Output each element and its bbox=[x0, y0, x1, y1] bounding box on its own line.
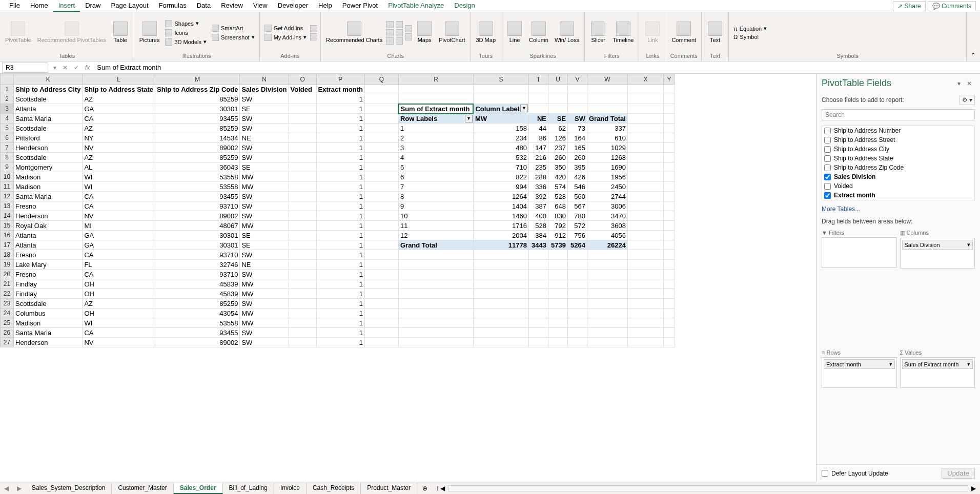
cell[interactable]: MW bbox=[240, 308, 289, 318]
cell[interactable]: 1 bbox=[316, 133, 364, 143]
menu-design[interactable]: Design bbox=[449, 0, 480, 12]
field-item[interactable]: Ship to Address State bbox=[822, 154, 974, 163]
cell[interactable]: Henderson bbox=[14, 143, 83, 153]
cell[interactable]: 85259 bbox=[155, 123, 239, 133]
cell[interactable]: 1460 bbox=[473, 211, 528, 221]
row-header[interactable]: 11 bbox=[1, 182, 14, 192]
cell[interactable]: FL bbox=[83, 260, 155, 270]
cell[interactable] bbox=[473, 308, 528, 318]
cell[interactable]: 30301 bbox=[155, 104, 239, 114]
cell[interactable] bbox=[663, 231, 675, 240]
cell[interactable] bbox=[663, 104, 675, 114]
cell[interactable]: 158 bbox=[473, 123, 528, 133]
formula-input[interactable] bbox=[93, 63, 980, 72]
cell[interactable]: 426 bbox=[567, 172, 587, 182]
cell[interactable]: 3006 bbox=[587, 201, 627, 211]
cell[interactable]: 93710 bbox=[155, 250, 239, 260]
cell[interactable]: CA bbox=[83, 328, 155, 338]
cell[interactable]: 3 bbox=[398, 143, 473, 153]
cell[interactable] bbox=[364, 308, 398, 318]
cell[interactable]: Madison bbox=[14, 182, 83, 192]
cell[interactable]: 5739 bbox=[548, 240, 567, 250]
cell[interactable] bbox=[289, 104, 316, 114]
cell[interactable]: 1 bbox=[316, 328, 364, 338]
cell[interactable]: 792 bbox=[548, 221, 567, 231]
cell[interactable]: 2744 bbox=[587, 192, 627, 201]
cell[interactable] bbox=[528, 299, 548, 308]
row-header[interactable]: 13 bbox=[1, 201, 14, 211]
cell[interactable]: SE bbox=[240, 231, 289, 240]
cell[interactable]: 147 bbox=[528, 143, 548, 153]
chart-type-icon[interactable] bbox=[396, 37, 403, 45]
comments-button[interactable]: 💬 Comments bbox=[928, 1, 976, 11]
cell[interactable]: 3443 bbox=[528, 240, 548, 250]
menu-file[interactable]: File bbox=[4, 0, 25, 12]
field-item[interactable]: Ship to Address Number bbox=[822, 126, 974, 135]
cell[interactable] bbox=[289, 338, 316, 347]
cell[interactable] bbox=[528, 338, 548, 347]
field-checkbox[interactable] bbox=[824, 155, 831, 162]
maps-button[interactable]: Maps bbox=[414, 20, 435, 44]
cell[interactable]: SW bbox=[240, 338, 289, 347]
cell[interactable]: 93455 bbox=[155, 114, 239, 123]
rows-dropzone[interactable]: Extract month▾ bbox=[822, 357, 897, 388]
cell[interactable] bbox=[398, 338, 473, 347]
cell[interactable]: WI bbox=[83, 318, 155, 328]
cell[interactable] bbox=[473, 338, 528, 347]
cell[interactable]: 1 bbox=[316, 172, 364, 182]
cell[interactable] bbox=[289, 279, 316, 289]
cell[interactable] bbox=[567, 308, 587, 318]
cell[interactable] bbox=[528, 270, 548, 279]
cell[interactable] bbox=[663, 192, 675, 201]
cell[interactable]: Fresno bbox=[14, 250, 83, 260]
cell[interactable]: MW bbox=[240, 221, 289, 231]
cell[interactable]: 6 bbox=[398, 172, 473, 182]
row-header[interactable]: 24 bbox=[1, 308, 14, 318]
cell[interactable] bbox=[364, 299, 398, 308]
cell[interactable]: SW bbox=[240, 250, 289, 260]
more-tables-link[interactable]: More Tables... bbox=[816, 203, 980, 215]
values-dropzone[interactable]: Sum of Extract month▾ bbox=[900, 357, 975, 388]
cell[interactable] bbox=[663, 318, 675, 328]
cell[interactable] bbox=[364, 270, 398, 279]
cell[interactable] bbox=[289, 289, 316, 299]
cell[interactable] bbox=[587, 318, 627, 328]
col-header-S[interactable]: S bbox=[473, 74, 528, 85]
col-header-T[interactable]: T bbox=[528, 74, 548, 85]
close-icon[interactable]: ✕ bbox=[964, 80, 975, 87]
cell[interactable] bbox=[627, 201, 663, 211]
cell[interactable]: GA bbox=[83, 104, 155, 114]
cell[interactable]: MW bbox=[240, 289, 289, 299]
cell[interactable] bbox=[663, 328, 675, 338]
cell[interactable] bbox=[289, 192, 316, 201]
cell[interactable]: 44 bbox=[528, 123, 548, 133]
cell[interactable]: SW bbox=[240, 201, 289, 211]
cell[interactable]: Scottsdale bbox=[14, 94, 83, 104]
sparkline-winloss-button[interactable]: Win/ Loss bbox=[553, 20, 581, 44]
cell[interactable]: OH bbox=[83, 279, 155, 289]
cell[interactable]: 14534 bbox=[155, 133, 239, 143]
cell[interactable]: 528 bbox=[528, 221, 548, 231]
row-header[interactable]: 20 bbox=[1, 270, 14, 279]
cell[interactable]: Atlanta bbox=[14, 231, 83, 240]
cell[interactable]: 4056 bbox=[587, 231, 627, 240]
cell[interactable]: Columbus bbox=[14, 308, 83, 318]
my-addins-button[interactable]: My Add-ins ▾ bbox=[263, 33, 308, 42]
cell[interactable] bbox=[587, 270, 627, 279]
cell[interactable] bbox=[587, 104, 627, 114]
cell[interactable]: 1264 bbox=[473, 192, 528, 201]
menu-page-layout[interactable]: Page Layout bbox=[106, 0, 154, 12]
cell[interactable]: Ship to Address State bbox=[83, 85, 155, 94]
cell[interactable]: 235 bbox=[528, 162, 548, 172]
field-checkbox[interactable] bbox=[824, 137, 831, 143]
cell[interactable]: 1404 bbox=[473, 201, 528, 211]
pictures-button[interactable]: Pictures bbox=[137, 20, 162, 44]
cell[interactable] bbox=[663, 172, 675, 182]
cell[interactable]: MW bbox=[473, 114, 528, 123]
chart-type-icon[interactable] bbox=[405, 25, 412, 32]
cell[interactable] bbox=[528, 85, 548, 94]
shapes-button[interactable]: Shapes ▾ bbox=[164, 19, 208, 28]
menu-view[interactable]: View bbox=[248, 0, 273, 12]
chart-type-icon[interactable] bbox=[396, 29, 403, 36]
share-button[interactable]: ↗ Share bbox=[893, 1, 925, 11]
